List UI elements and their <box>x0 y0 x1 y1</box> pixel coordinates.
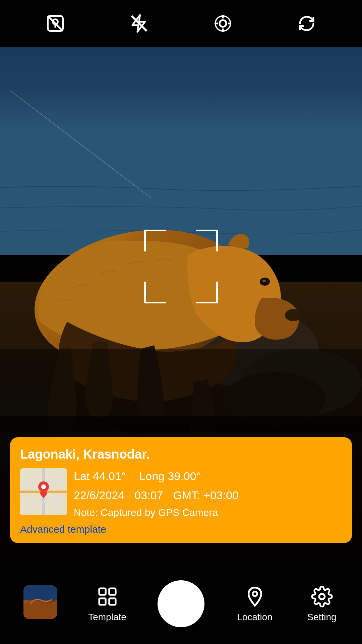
camera-viewfinder[interactable]: Lagonaki, Krasnodar. <box>0 47 362 570</box>
nav-item-template[interactable]: Template <box>74 585 141 623</box>
nav-item-gallery[interactable] <box>7 585 74 622</box>
gallery-thumbnail[interactable] <box>23 585 57 619</box>
map-pin-icon[interactable] <box>44 12 67 35</box>
date-value: 22/6/2024 <box>74 487 124 504</box>
setting-icon <box>310 585 334 608</box>
bottom-nav: Template Location Setting <box>0 570 362 644</box>
svg-point-19 <box>285 309 302 321</box>
advanced-template-link[interactable]: Advanced template <box>20 524 342 535</box>
map-thumbnail[interactable] <box>20 468 67 515</box>
shutter-button[interactable] <box>158 580 204 627</box>
svg-point-40 <box>252 592 257 596</box>
svg-point-4 <box>220 20 226 27</box>
flash-off-icon[interactable] <box>127 12 151 35</box>
svg-rect-35 <box>23 585 57 600</box>
note-value: Note: Captured by GPS Camera <box>74 507 342 518</box>
svg-rect-38 <box>99 598 106 605</box>
time-value: 03:07 <box>134 487 163 504</box>
setting-label: Setting <box>307 612 336 623</box>
location-card: Lagonaki, Krasnodar. <box>10 437 352 543</box>
location-label: Location <box>237 612 273 623</box>
template-icon <box>96 585 119 608</box>
location-icon <box>243 585 266 608</box>
svg-rect-36 <box>99 588 106 595</box>
svg-rect-23 <box>0 349 362 432</box>
nav-item-location[interactable]: Location <box>221 585 288 623</box>
nav-item-shutter[interactable] <box>141 580 221 627</box>
gmt-value: GMT: +03:00 <box>173 487 239 504</box>
lat-value: Lat 44.01° <box>74 468 126 484</box>
flip-camera-icon[interactable] <box>295 12 318 35</box>
svg-point-21 <box>262 280 266 282</box>
location-card-title: Lagonaki, Krasnodar. <box>20 447 342 462</box>
focus-bracket <box>144 230 218 303</box>
svg-line-2 <box>48 16 63 31</box>
svg-rect-39 <box>109 598 115 605</box>
location-info: Lat 44.01° Long 39.00° 22/6/2024 03:07 G… <box>74 468 342 518</box>
svg-rect-37 <box>109 588 115 595</box>
svg-rect-10 <box>0 47 362 255</box>
top-bar <box>0 0 362 47</box>
svg-point-33 <box>41 484 46 489</box>
long-value: Long 39.00° <box>139 468 201 484</box>
template-label: Template <box>88 612 126 623</box>
svg-point-41 <box>319 594 324 599</box>
focus-bracket-inner <box>144 230 218 303</box>
gps-icon[interactable] <box>211 12 235 35</box>
nav-item-setting[interactable]: Setting <box>288 585 355 623</box>
